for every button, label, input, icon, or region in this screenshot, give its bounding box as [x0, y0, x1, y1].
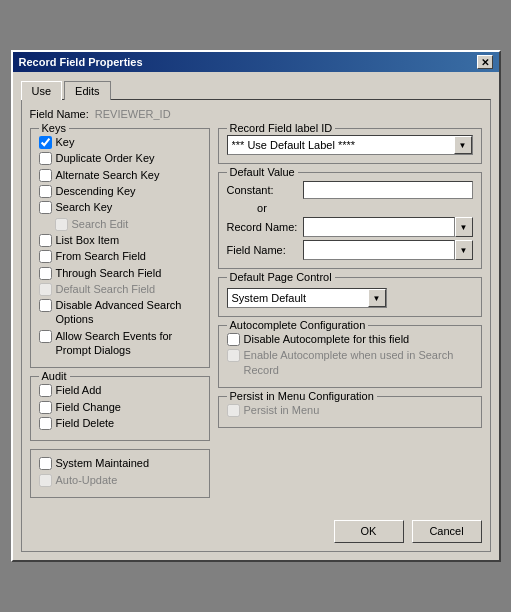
- system-maintained-row: System Maintained: [39, 456, 201, 470]
- system-maintained-checkbox[interactable]: [39, 457, 52, 470]
- autocomplete-title: Autocomplete Configuration: [227, 319, 369, 331]
- auto-update-label: Auto-Update: [56, 473, 118, 487]
- enable-autocomplete-label: Enable Autocomplete when used in Search …: [244, 348, 473, 377]
- dup-order-key-row: Duplicate Order Key: [39, 151, 201, 165]
- disable-advanced-row: Disable Advanced Search Options: [39, 298, 201, 327]
- enable-autocomplete-checkbox: [227, 349, 240, 362]
- key-checkbox[interactable]: [39, 136, 52, 149]
- alt-search-key-label: Alternate Search Key: [56, 168, 160, 182]
- page-control-group: Default Page Control System Default ▼: [218, 277, 482, 317]
- field-name-dv-arrow-btn[interactable]: ▼: [455, 240, 473, 260]
- constant-input[interactable]: [303, 181, 472, 199]
- keys-group: Keys Key Duplicate Order Key Alternate S…: [30, 128, 210, 368]
- dup-order-key-label: Duplicate Order Key: [56, 151, 155, 165]
- left-panel: Keys Key Duplicate Order Key Alternate S…: [30, 128, 210, 506]
- list-box-item-row: List Box Item: [39, 233, 201, 247]
- search-edit-label: Search Edit: [72, 217, 129, 231]
- field-name-label: Field Name:: [30, 108, 89, 120]
- disable-autocomplete-label: Disable Autocomplete for this field: [244, 332, 410, 346]
- search-edit-row: Search Edit: [55, 217, 201, 231]
- tab-bar: Use Edits: [21, 80, 491, 99]
- system-maintained-label: System Maintained: [56, 456, 150, 470]
- record-name-input[interactable]: [303, 217, 454, 237]
- persist-menu-label: Persist in Menu: [244, 403, 320, 417]
- page-control-title: Default Page Control: [227, 271, 335, 283]
- record-field-label-select[interactable]: *** Use Default Label ****: [227, 135, 473, 155]
- from-search-row: From Search Field: [39, 249, 201, 263]
- keys-group-title: Keys: [39, 122, 69, 134]
- field-add-checkbox[interactable]: [39, 384, 52, 397]
- search-key-row: Search Key: [39, 200, 201, 214]
- allow-search-events-row: Allow Search Events for Prompt Dialogs: [39, 329, 201, 358]
- desc-key-row: Descending Key: [39, 184, 201, 198]
- tab-use[interactable]: Use: [21, 81, 63, 100]
- search-edit-checkbox: [55, 218, 68, 231]
- field-name-dv-input[interactable]: [303, 240, 454, 260]
- through-search-row: Through Search Field: [39, 266, 201, 280]
- title-bar: Record Field Properties ✕: [13, 52, 499, 72]
- alt-search-key-row: Alternate Search Key: [39, 168, 201, 182]
- field-name-dv-input-wrapper: ▼: [303, 240, 472, 260]
- key-checkbox-row: Key: [39, 135, 201, 149]
- persist-menu-title: Persist in Menu Configuration: [227, 390, 377, 402]
- or-label: or: [227, 202, 298, 214]
- field-delete-checkbox[interactable]: [39, 417, 52, 430]
- search-key-checkbox[interactable]: [39, 201, 52, 214]
- window-body: Use Edits Field Name: REVIEWER_ID Keys: [13, 72, 499, 560]
- page-control-row: System Default ▼: [227, 288, 473, 308]
- list-box-item-label: List Box Item: [56, 233, 120, 247]
- from-search-checkbox[interactable]: [39, 250, 52, 263]
- bottom-buttons: OK Cancel: [30, 514, 482, 543]
- persist-menu-checkbox: [227, 404, 240, 417]
- tab-content-use: Field Name: REVIEWER_ID Keys Key: [21, 99, 491, 552]
- audit-group-title: Audit: [39, 370, 70, 382]
- tab-edits[interactable]: Edits: [64, 81, 110, 100]
- from-search-label: From Search Field: [56, 249, 146, 263]
- field-delete-label: Field Delete: [56, 416, 115, 430]
- field-name-row: Field Name: REVIEWER_ID: [30, 108, 482, 120]
- search-key-label: Search Key: [56, 200, 113, 214]
- field-add-label: Field Add: [56, 383, 102, 397]
- record-name-label: Record Name:: [227, 221, 298, 233]
- persist-menu-row: Persist in Menu: [227, 403, 473, 417]
- record-name-arrow-btn[interactable]: ▼: [455, 217, 473, 237]
- field-add-row: Field Add: [39, 383, 201, 397]
- enable-autocomplete-row: Enable Autocomplete when used in Search …: [227, 348, 473, 377]
- close-button[interactable]: ✕: [477, 55, 493, 69]
- auto-update-checkbox: [39, 474, 52, 487]
- default-search-label: Default Search Field: [56, 282, 156, 296]
- record-field-label-select-wrapper: *** Use Default Label **** ▼: [227, 135, 473, 155]
- field-change-label: Field Change: [56, 400, 121, 414]
- field-change-row: Field Change: [39, 400, 201, 414]
- persist-menu-group: Persist in Menu Configuration Persist in…: [218, 396, 482, 428]
- desc-key-label: Descending Key: [56, 184, 136, 198]
- audit-group: Audit Field Add Field Change Field Delet…: [30, 376, 210, 441]
- list-box-item-checkbox[interactable]: [39, 234, 52, 247]
- system-group: System Maintained Auto-Update: [30, 449, 210, 498]
- disable-autocomplete-row: Disable Autocomplete for this field: [227, 332, 473, 346]
- dup-order-key-checkbox[interactable]: [39, 152, 52, 165]
- cancel-button[interactable]: Cancel: [412, 520, 482, 543]
- default-value-group: Default Value Constant: or Record Name: …: [218, 172, 482, 269]
- disable-advanced-checkbox[interactable]: [39, 299, 52, 312]
- default-search-row: Default Search Field: [39, 282, 201, 296]
- disable-autocomplete-checkbox[interactable]: [227, 333, 240, 346]
- constant-label: Constant:: [227, 184, 298, 196]
- alt-search-key-checkbox[interactable]: [39, 169, 52, 182]
- page-control-select[interactable]: System Default: [227, 288, 387, 308]
- record-field-label-title: Record Field label ID: [227, 122, 336, 134]
- through-search-label: Through Search Field: [56, 266, 162, 280]
- field-change-checkbox[interactable]: [39, 401, 52, 414]
- desc-key-checkbox[interactable]: [39, 185, 52, 198]
- window-title: Record Field Properties: [19, 56, 143, 68]
- field-name-value: REVIEWER_ID: [95, 108, 171, 120]
- main-content: Keys Key Duplicate Order Key Alternate S…: [30, 128, 482, 506]
- record-name-input-wrapper: ▼: [303, 217, 472, 237]
- key-label: Key: [56, 135, 75, 149]
- allow-search-events-checkbox[interactable]: [39, 330, 52, 343]
- auto-update-row: Auto-Update: [39, 473, 201, 487]
- default-value-title: Default Value: [227, 166, 298, 178]
- autocomplete-group: Autocomplete Configuration Disable Autoc…: [218, 325, 482, 388]
- through-search-checkbox[interactable]: [39, 267, 52, 280]
- ok-button[interactable]: OK: [334, 520, 404, 543]
